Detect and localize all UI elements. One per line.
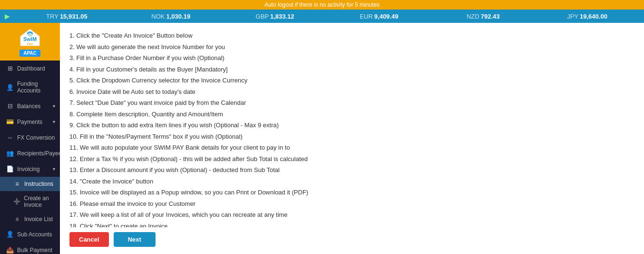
payments-chevron-icon: ▾	[53, 119, 55, 124]
main-content: 1. Click the "Create An Invoice" Button …	[60, 23, 644, 227]
nzd-code: NZD	[467, 13, 479, 20]
ticker-nok: NOK1,030.19	[119, 13, 223, 20]
invoicing-chevron-icon: ▾	[53, 166, 55, 172]
swim-pay-logo: SwIM PAY	[18, 27, 42, 48]
instruction-step: 18. Click "Next" to create an Invoice	[69, 221, 634, 228]
alert-text: Auto logout if there is no activity for …	[264, 1, 380, 8]
sidebar-item-funding-accounts[interactable]: 👤 Funding Accounts	[0, 76, 60, 98]
sidebar-navigation: ⊞ Dashboard 👤 Funding Accounts ⊟ Balance…	[0, 61, 60, 254]
instruction-step: 7. Select "Due Date" you want invoice pa…	[69, 97, 634, 109]
instruction-step: 9. Click the button to add extra Item li…	[69, 120, 634, 131]
sidebar-item-create-invoice[interactable]: ➕ Create an Invoice	[0, 191, 60, 212]
instruction-step: 3. Fill in a Purchase Order Number if yo…	[69, 52, 634, 64]
footer-buttons: Cancel Next	[60, 227, 644, 254]
sidebar-item-recipients-payees[interactable]: 👥 Recipients/Payees	[0, 145, 60, 161]
try-value: 15,931.05	[60, 13, 88, 20]
balances-icon: ⊟	[6, 102, 14, 110]
instruction-step: 15. Invoice will be displayed as a Popup…	[69, 187, 634, 198]
instruction-step: 6. Invoice Date will be Auto set to toda…	[69, 86, 634, 98]
instruction-step: 10. Fill in the "Notes/Payment Terms" bo…	[69, 131, 634, 142]
create-invoice-icon: ➕	[13, 198, 20, 205]
sidebar-item-payments[interactable]: 💳 Payments ▾	[0, 114, 60, 130]
instruction-step: 17. We will keep a list of all of your I…	[69, 209, 634, 221]
ticker-try: TRY15,931.05	[15, 13, 119, 20]
sidebar-item-sub-accounts[interactable]: 👤 Sub Accounts	[0, 226, 60, 242]
instruction-step: 2. We will auto generate the next Invoic…	[69, 41, 634, 53]
instruction-step: 12. Enter a Tax % if you wish (Optional)…	[69, 153, 634, 165]
dashboard-icon: ⊞	[6, 65, 14, 72]
jpy-value: 19,640.00	[580, 13, 607, 20]
instruction-step: 5. Click the Dropdown Currency selector …	[69, 75, 634, 86]
instruction-step: 1. Click the "Create An Invoice" Button …	[69, 30, 634, 41]
sidebar: SwIM PAY APAC ⊞ Dashboard 👤 Funding Acco…	[0, 23, 60, 254]
recipients-icon: 👥	[6, 150, 14, 157]
instruction-step: 8. Complete Item description, Quantity a…	[69, 109, 634, 120]
instruction-step: 4. Fill in your Customer's details as th…	[69, 64, 634, 75]
gbp-value: 1,833.12	[270, 13, 294, 20]
instruction-step: 16. Please email the invoice to your Cus…	[69, 198, 634, 210]
sub-accounts-icon: 👤	[6, 231, 14, 238]
sidebar-item-bulk-payment[interactable]: 📤 Bulk Payment	[0, 242, 60, 254]
eur-value: 9,409.49	[374, 13, 399, 20]
fx-icon: ↔	[6, 134, 14, 141]
instruction-step: 13. Enter a Discount amount if you wish …	[69, 164, 634, 176]
auto-logout-alert: Auto logout if there is no activity for …	[0, 0, 644, 10]
payments-icon: 💳	[6, 118, 14, 125]
cancel-button[interactable]: Cancel	[69, 232, 109, 247]
instructions-icon: ≡	[13, 181, 21, 187]
try-code: TRY	[46, 13, 59, 20]
gbp-code: GBP	[256, 13, 269, 20]
ticker-nzd: NZD792.43	[431, 13, 535, 20]
sidebar-item-invoice-list[interactable]: ≡ Invoice List	[0, 212, 60, 226]
nok-value: 1,030.19	[166, 13, 191, 20]
funding-accounts-icon: 👤	[6, 84, 14, 91]
nzd-value: 792.43	[481, 13, 500, 20]
eur-code: EUR	[360, 13, 372, 20]
ticker-jpy: JPY19,640.00	[535, 13, 639, 20]
bulk-payment-icon: 📤	[6, 246, 14, 254]
ticker-arrow-icon: ▶	[5, 12, 10, 20]
invoice-list-icon: ≡	[13, 216, 21, 223]
sidebar-item-invoicing[interactable]: 📄 Invoicing ▾	[0, 161, 60, 177]
ticker-gbp: GBP1,833.12	[223, 13, 327, 20]
next-button[interactable]: Next	[114, 232, 156, 247]
svg-text:SwIM: SwIM	[23, 36, 37, 42]
invoicing-icon: 📄	[6, 165, 14, 173]
currency-ticker: ▶ TRY15,931.05 NOK1,030.19 GBP1,833.12 E…	[0, 10, 644, 23]
sidebar-item-dashboard[interactable]: ⊞ Dashboard	[0, 61, 60, 76]
instructions-list: 1. Click the "Create An Invoice" Button …	[69, 30, 634, 227]
sidebar-item-instructions[interactable]: ≡ Instructions	[0, 177, 60, 191]
instruction-step: 14. "Create the Invoice" button	[69, 176, 634, 187]
nok-code: NOK	[151, 13, 165, 20]
svg-text:PAY: PAY	[27, 42, 33, 46]
sidebar-item-balances[interactable]: ⊟ Balances ▾	[0, 98, 60, 114]
jpy-code: JPY	[567, 13, 578, 20]
sidebar-logo: SwIM PAY APAC	[0, 23, 60, 61]
ticker-eur: EUR9,409.49	[327, 13, 431, 20]
balances-chevron-icon: ▾	[53, 103, 55, 109]
apac-badge: APAC	[20, 50, 40, 57]
sidebar-item-fx-conversion[interactable]: ↔ FX Conversion	[0, 130, 60, 145]
instruction-step: 11. We will auto populate your SWIM PAY …	[69, 142, 634, 153]
